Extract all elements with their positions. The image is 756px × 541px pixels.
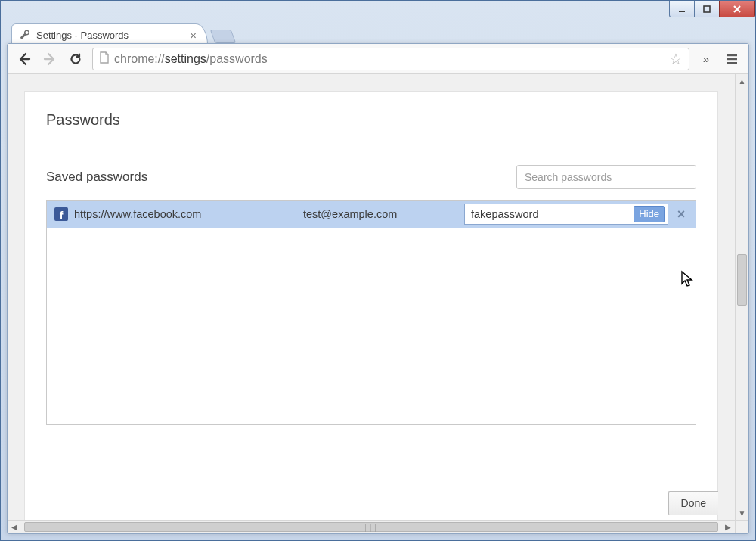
password-username: test@example.com [303,208,458,220]
svg-rect-2 [727,54,737,56]
url-host: settings [165,52,206,65]
horizontal-scrollbar[interactable]: ◀ │││ ▶ [8,520,735,533]
done-button[interactable]: Done [668,491,718,515]
svg-rect-1 [704,6,710,12]
window-close-button[interactable] [719,1,755,17]
address-bar[interactable]: chrome://settings/passwords ☆ [92,48,689,70]
scroll-up-button[interactable]: ▲ [736,74,748,88]
bookmark-star-icon[interactable]: ☆ [669,50,683,68]
password-site: https://www.facebook.com [74,208,297,220]
page-icon [99,51,110,67]
window-caption-buttons [670,1,755,17]
app-window: Settings - Passwords × chrome://settings… [0,0,756,541]
scroll-left-button[interactable]: ◀ [8,521,21,533]
password-value: fakepassword [471,208,629,220]
url-path: /passwords [206,52,268,65]
vertical-scrollbar[interactable]: ▲ ▼ [735,74,748,520]
tab-title: Settings - Passwords [36,30,184,41]
reload-button[interactable] [67,50,85,68]
menu-button[interactable] [723,50,741,68]
wrench-icon [20,29,30,42]
facebook-icon: f [54,207,68,221]
window-minimize-button[interactable] [669,1,695,17]
overflow-chevron-button[interactable]: » [697,50,715,68]
browser-toolbar: chrome://settings/passwords ☆ » [8,44,748,74]
search-passwords-input[interactable] [516,165,696,189]
scrollbar-corner [735,520,748,533]
back-button[interactable] [15,50,33,68]
browser-viewport: Passwords Saved passwords f https://www.… [8,74,748,533]
page-scroll-area[interactable]: Passwords Saved passwords f https://www.… [8,74,735,520]
url-scheme: chrome:// [114,52,165,65]
forward-button[interactable] [41,50,59,68]
password-field[interactable]: fakepassword Hide [464,204,668,225]
tab-close-button[interactable]: × [190,30,197,41]
hide-password-button[interactable]: Hide [634,206,665,222]
svg-rect-4 [727,62,737,64]
new-tab-button[interactable] [210,30,237,43]
svg-rect-0 [679,11,685,12]
horizontal-scroll-thumb[interactable]: │││ [24,522,718,532]
window-maximize-button[interactable] [694,1,720,17]
scroll-right-button[interactable]: ▶ [721,521,735,533]
delete-password-button[interactable]: × [674,207,688,222]
password-row[interactable]: f https://www.facebook.com test@example.… [47,201,696,228]
address-bar-url: chrome://settings/passwords [114,52,665,66]
tab-strip: Settings - Passwords × [11,20,745,46]
vertical-scroll-thumb[interactable] [737,254,747,306]
passwords-list: f https://www.facebook.com test@example.… [46,200,696,425]
browser-frame: chrome://settings/passwords ☆ » Password… [7,43,749,534]
page-title: Passwords [46,111,696,129]
saved-passwords-header: Saved passwords [46,165,696,189]
svg-rect-3 [727,58,737,60]
scroll-down-button[interactable]: ▼ [736,506,748,520]
settings-card: Passwords Saved passwords f https://www.… [24,91,718,520]
section-title: Saved passwords [46,169,147,185]
